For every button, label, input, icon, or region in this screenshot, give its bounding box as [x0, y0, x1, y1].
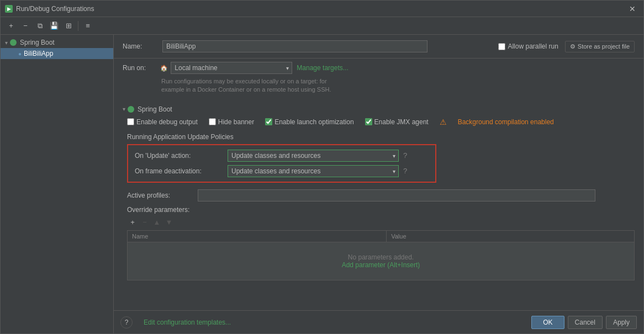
main-window: ▶ Run/Debug Configurations ✕ + − ⧉ 💾 ⊞ ≡…: [0, 0, 644, 334]
on-frame-select-wrapper: Update classes and resources Do nothing …: [228, 165, 399, 177]
right-panel: Name: Allow parallel run ⚙ Store as proj…: [114, 35, 643, 333]
allow-parallel-checkbox[interactable]: [498, 43, 505, 50]
sort-config-button[interactable]: ≡: [82, 20, 94, 32]
edit-templates-link[interactable]: Edit configuration templates...: [139, 314, 235, 331]
enable-launch-label[interactable]: Enable launch optimization: [265, 118, 353, 126]
on-frame-help-icon[interactable]: ?: [403, 167, 407, 175]
override-section: Override parameters: + − ▲ ▼ Name Value: [114, 204, 643, 283]
app-dot-icon: ●: [18, 51, 22, 57]
toolbar-separator: [78, 21, 78, 31]
main-content: ▾ Spring Boot ● BiliBiliApp Name: Allow …: [1, 35, 643, 333]
col-name-header: Name: [128, 230, 387, 242]
group-config-button[interactable]: ⊞: [62, 20, 75, 32]
help-button[interactable]: ?: [120, 316, 133, 328]
name-label: Name:: [123, 43, 156, 50]
sidebar: ▾ Spring Boot ● BiliBiliApp: [1, 35, 114, 333]
remove-config-button[interactable]: −: [19, 20, 31, 32]
on-frame-row: On frame deactivation: Update classes an…: [135, 165, 429, 177]
apply-button[interactable]: Apply: [606, 316, 637, 329]
run-hint: Run configurations may be executed local…: [114, 76, 643, 98]
save-config-button[interactable]: 💾: [48, 20, 60, 32]
run-on-label: Run on:: [123, 64, 156, 72]
on-frame-label: On frame deactivation:: [135, 167, 223, 175]
spring-options: Enable debug output Hide banner Enable l…: [114, 116, 643, 131]
toolbar: + − ⧉ 💾 ⊞ ≡: [1, 17, 643, 35]
add-param-button[interactable]: +: [127, 217, 138, 228]
spring-section-label: Spring Boot: [138, 105, 172, 113]
add-param-link[interactable]: Add parameter (Alt+Insert): [342, 261, 420, 269]
window-title: Run/Debug Configurations: [16, 5, 94, 13]
action-buttons: OK Cancel Apply: [531, 316, 637, 329]
hide-banner-label[interactable]: Hide banner: [209, 118, 254, 126]
sidebar-item-bilibiliapp[interactable]: ● BiliBiliApp: [1, 48, 113, 59]
hide-banner-checkbox[interactable]: [209, 118, 216, 125]
col-value-header: Value: [387, 230, 635, 242]
spring-boot-section-header[interactable]: ▾ Spring Boot: [114, 102, 643, 116]
cancel-button[interactable]: Cancel: [568, 316, 603, 329]
bg-compilation-label: Background compilation enabled: [458, 118, 554, 126]
config-body: ▾ Spring Boot Enable debug output Hide b…: [114, 98, 643, 310]
on-update-help-icon[interactable]: ?: [403, 151, 407, 160]
move-up-button[interactable]: ▲: [151, 217, 162, 228]
title-bar: ▶ Run/Debug Configurations ✕: [1, 1, 643, 17]
config-header-right: Allow parallel run ⚙ Store as project fi…: [498, 41, 635, 52]
remove-param-button[interactable]: −: [139, 217, 150, 228]
on-update-label: On 'Update' action:: [135, 152, 223, 160]
enable-jmx-label[interactable]: Enable JMX agent: [365, 118, 429, 126]
manage-targets-link[interactable]: Manage targets...: [297, 64, 348, 72]
ok-button[interactable]: OK: [531, 316, 564, 329]
no-params-text: No parameters added. Add parameter (Alt+…: [132, 245, 630, 278]
copy-config-button[interactable]: ⧉: [34, 20, 46, 32]
enable-launch-checkbox[interactable]: [265, 118, 272, 125]
settings-icon: ⚙: [570, 43, 576, 50]
enable-debug-label[interactable]: Enable debug output: [127, 118, 198, 126]
title-bar-left: ▶ Run/Debug Configurations: [5, 5, 94, 13]
close-button[interactable]: ✕: [626, 3, 639, 14]
no-params-cell: No parameters added. Add parameter (Alt+…: [128, 242, 635, 280]
chevron-down-icon: ▾: [5, 40, 8, 46]
bottom-left: ? Edit configuration templates...: [120, 314, 235, 331]
running-app-section: Running Application Update Policies On '…: [114, 131, 643, 185]
run-on-select[interactable]: Local machine: [171, 62, 292, 74]
enable-debug-checkbox[interactable]: [127, 118, 134, 125]
sidebar-child-label: BiliBiliApp: [24, 50, 53, 57]
bottom-bar: ? Edit configuration templates... OK Can…: [114, 310, 643, 333]
params-table: Name Value No parameters added. Add para…: [127, 230, 635, 280]
on-frame-select[interactable]: Update classes and resources Do nothing …: [228, 165, 399, 177]
store-project-button[interactable]: ⚙ Store as project file: [565, 41, 635, 52]
policy-box: On 'Update' action: Update classes and r…: [127, 144, 436, 183]
active-profiles-label: Active profiles:: [127, 192, 193, 199]
warning-icon: ⚠: [440, 118, 447, 126]
sidebar-group-springboot[interactable]: ▾ Spring Boot: [1, 37, 113, 48]
house-icon: 🏠: [160, 65, 168, 72]
allow-parallel-label[interactable]: Allow parallel run: [498, 43, 558, 50]
on-update-select-wrapper: Update classes and resources Do nothing …: [228, 150, 399, 162]
override-toolbar: + − ▲ ▼: [127, 217, 635, 228]
move-down-button[interactable]: ▼: [163, 217, 175, 228]
on-update-row: On 'Update' action: Update classes and r…: [135, 150, 429, 162]
name-input[interactable]: [162, 40, 427, 52]
on-update-select[interactable]: Update classes and resources Do nothing …: [228, 150, 399, 162]
add-config-button[interactable]: +: [5, 20, 17, 32]
spring-icon: [10, 39, 17, 46]
enable-jmx-checkbox[interactable]: [365, 118, 372, 125]
config-header: Name: Allow parallel run ⚙ Store as proj…: [114, 35, 643, 59]
spring-section-chevron: ▾: [123, 106, 125, 112]
machine-select-wrapper: 🏠 Local machine: [160, 62, 292, 74]
run-on-row: Run on: 🏠 Local machine Manage targets..…: [114, 59, 643, 76]
active-profiles-input[interactable]: [198, 189, 595, 202]
active-profiles-row: Active profiles:: [114, 185, 643, 204]
running-app-title: Running Application Update Policies: [127, 133, 635, 141]
app-icon: ▶: [5, 5, 13, 13]
override-title: Override parameters:: [127, 206, 635, 214]
spring-section-icon: [128, 106, 134, 113]
sidebar-group-label: Spring Boot: [20, 39, 55, 46]
